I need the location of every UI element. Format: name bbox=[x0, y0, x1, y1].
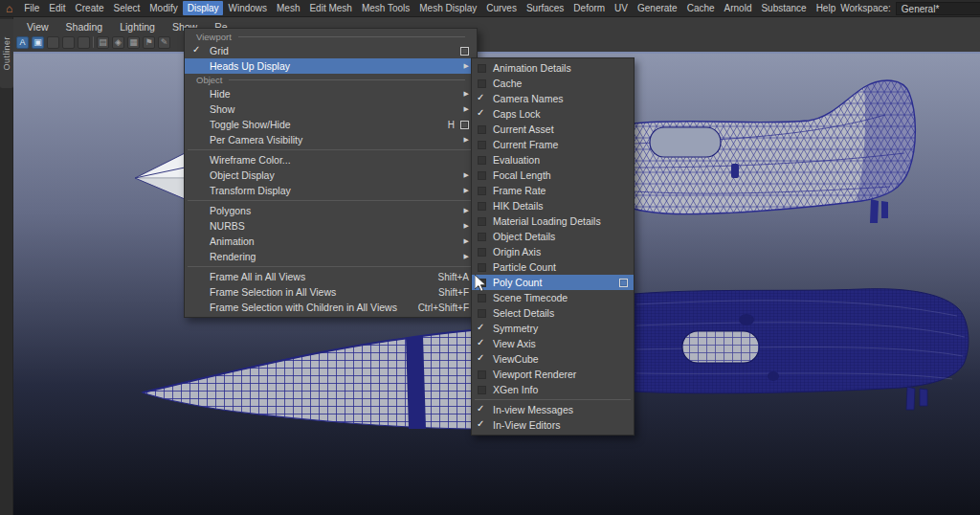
checkmark-icon: ✓ bbox=[477, 107, 484, 118]
bookmark-icon[interactable]: ⚑ bbox=[143, 36, 155, 49]
toolbar-divider[interactable] bbox=[93, 36, 94, 48]
display-menu-item[interactable]: ✓ Object Display ▶ bbox=[185, 168, 477, 183]
menu-mesh-display[interactable]: Mesh Display bbox=[415, 1, 481, 15]
hud-submenu-item[interactable]: ✓ Object Details bbox=[472, 229, 634, 244]
checkbox[interactable] bbox=[478, 187, 486, 195]
checkbox[interactable] bbox=[478, 217, 486, 226]
camera-attributes-icon[interactable]: ◈ bbox=[112, 36, 124, 49]
checkbox[interactable] bbox=[478, 309, 486, 318]
panel-menu-lighting[interactable]: Lighting bbox=[120, 21, 155, 33]
hud-submenu-item[interactable]: ✓ Current Frame bbox=[472, 137, 634, 152]
menu-windows[interactable]: Windows bbox=[224, 1, 272, 15]
menu-create[interactable]: Create bbox=[71, 1, 108, 15]
checkbox[interactable] bbox=[478, 156, 486, 165]
checkbox[interactable] bbox=[478, 125, 486, 134]
marquee-select-icon[interactable]: ▣ bbox=[32, 36, 44, 49]
menu-uv[interactable]: UV bbox=[611, 1, 633, 15]
menu-select[interactable]: Select bbox=[109, 1, 145, 15]
workspace-dropdown[interactable]: General* bbox=[896, 2, 980, 15]
menu-help[interactable]: Help bbox=[812, 1, 840, 15]
submenu-item-label: Object Details bbox=[493, 231, 555, 242]
checkbox[interactable] bbox=[478, 141, 486, 149]
hud-submenu-item[interactable]: ✓ Viewport Renderer bbox=[472, 367, 634, 382]
menu-modify[interactable]: Modify bbox=[145, 1, 183, 15]
display-menu-item[interactable]: ✓ Hide ▶ bbox=[185, 86, 477, 101]
hud-submenu-item[interactable]: ✓ Poly Count bbox=[472, 275, 634, 290]
checkbox[interactable] bbox=[478, 263, 486, 272]
hud-submenu-item[interactable]: ✓ Scene Timecode bbox=[472, 290, 634, 305]
checkbox[interactable] bbox=[478, 370, 486, 379]
display-menu-item[interactable]: ✓ Rendering ▶ bbox=[185, 249, 477, 264]
menu-mesh-tools[interactable]: Mesh Tools bbox=[357, 1, 414, 15]
menu-cache[interactable]: Cache bbox=[682, 1, 719, 15]
hud-submenu-item[interactable]: ✓ Select Details bbox=[472, 305, 634, 321]
display-menu-item[interactable]: ✓ Show ▶ bbox=[185, 101, 477, 117]
option-box-icon[interactable] bbox=[460, 121, 469, 129]
menu-deform[interactable]: Deform bbox=[569, 1, 610, 15]
display-menu-item[interactable]: ✓ Grid ▶ bbox=[185, 43, 477, 58]
display-menu-item[interactable]: ✓ Frame Selection with Children in All V… bbox=[185, 300, 477, 315]
checkbox[interactable] bbox=[478, 171, 486, 180]
hud-submenu-item[interactable]: ✓ XGen Info bbox=[472, 382, 634, 397]
hud-submenu-item[interactable]: ✓ Cache bbox=[472, 76, 634, 91]
hud-submenu-item[interactable]: ✓ Focal Length bbox=[472, 168, 634, 183]
hud-submenu-item[interactable]: ✓ Evaluation bbox=[472, 152, 634, 168]
hud-submenu-item[interactable]: ✓ Camera Names bbox=[472, 91, 634, 106]
display-menu-item[interactable]: ✓ Animation ▶ bbox=[185, 234, 477, 249]
tool-slot-icon[interactable] bbox=[47, 36, 59, 49]
hud-submenu-item[interactable]: ✓ In-View Editors bbox=[472, 417, 634, 433]
display-menu-item[interactable]: ✓ Transform Display ▶ bbox=[185, 183, 477, 198]
home-icon[interactable]: ⌂ bbox=[0, 0, 19, 17]
checkbox[interactable] bbox=[478, 79, 486, 88]
hud-submenu-item[interactable]: ✓ In-view Messages bbox=[472, 402, 634, 417]
display-menu-item[interactable]: ✓ Polygons ▶ bbox=[185, 203, 477, 218]
display-menu-item[interactable]: ✓ Frame All in All Views Shift+A ▶ bbox=[185, 269, 477, 284]
panel-menu-shading[interactable]: Shading bbox=[66, 21, 103, 33]
camera-icon[interactable]: ▤ bbox=[97, 36, 109, 49]
menu-curves[interactable]: Curves bbox=[482, 1, 522, 15]
hud-submenu-item[interactable]: ✓ HIK Details bbox=[472, 198, 634, 213]
checkbox[interactable] bbox=[478, 233, 486, 241]
image-plane-icon[interactable]: ✎ bbox=[158, 36, 170, 49]
hud-submenu-item[interactable]: ✓ Symmetry bbox=[472, 321, 634, 336]
hud-submenu-item[interactable]: ✓ Material Loading Details bbox=[472, 213, 634, 229]
outliner-tab[interactable]: Outliner bbox=[0, 19, 13, 88]
option-box-icon[interactable] bbox=[460, 47, 469, 56]
menu-file[interactable]: File bbox=[20, 1, 44, 15]
display-menu-item[interactable]: ✓ Heads Up Display ▶ bbox=[185, 58, 477, 74]
hud-submenu-item[interactable]: ✓ View Axis bbox=[472, 336, 634, 351]
menu-display[interactable]: Display bbox=[183, 1, 223, 15]
display-menu-item[interactable]: ✓ Per Camera Visibility ▶ bbox=[185, 132, 477, 147]
panel-menu-view[interactable]: View bbox=[27, 21, 49, 33]
menu-generate[interactable]: Generate bbox=[633, 1, 681, 15]
menu-arnold[interactable]: Arnold bbox=[720, 1, 756, 15]
menu-surfaces[interactable]: Surfaces bbox=[522, 1, 568, 15]
menu-edit-mesh[interactable]: Edit Mesh bbox=[305, 1, 357, 15]
hud-submenu-item[interactable]: ✓ Caps Lock bbox=[472, 106, 634, 122]
checkbox[interactable] bbox=[478, 248, 486, 257]
checkbox[interactable] bbox=[478, 202, 486, 211]
menu-substance[interactable]: Substance bbox=[757, 1, 811, 15]
main-menu-items: FileEditCreateSelectModifyDisplayWindows… bbox=[19, 1, 840, 15]
hud-submenu-item[interactable]: ✓ Frame Rate bbox=[472, 183, 634, 198]
hud-submenu-item[interactable]: ✓ Animation Details bbox=[472, 60, 634, 76]
selection-mask-icon[interactable]: A bbox=[16, 36, 29, 49]
hud-submenu-item[interactable]: ✓ Current Asset bbox=[472, 122, 634, 137]
display-menu-item[interactable]: ✓ NURBS ▶ bbox=[185, 218, 477, 234]
hud-submenu-item[interactable]: ✓ Particle Count bbox=[472, 259, 634, 275]
hud-submenu-item[interactable]: ✓ Origin Axis bbox=[472, 244, 634, 259]
option-box-icon[interactable] bbox=[619, 279, 628, 287]
display-menu-item[interactable]: ✓ Viewport ▶ bbox=[185, 31, 477, 43]
menu-mesh[interactable]: Mesh bbox=[272, 1, 304, 15]
display-menu-item[interactable]: ✓ Frame Selection in All Views Shift+F ▶ bbox=[185, 284, 477, 300]
checkbox[interactable] bbox=[478, 64, 486, 73]
menu-edit[interactable]: Edit bbox=[45, 1, 70, 15]
display-menu-item[interactable]: ✓ Toggle Show/Hide H ▶ bbox=[185, 117, 477, 132]
camera-lock-icon[interactable]: ▦ bbox=[127, 36, 140, 49]
tool-slot-icon[interactable] bbox=[62, 36, 75, 49]
tool-slot-icon[interactable] bbox=[78, 36, 90, 49]
display-menu-item[interactable]: ✓ Object ▶ bbox=[185, 74, 477, 86]
display-menu-item[interactable]: ✓ Wireframe Color... ▶ bbox=[185, 152, 477, 168]
hud-submenu-item[interactable]: ✓ ViewCube bbox=[472, 351, 634, 367]
checkbox[interactable] bbox=[478, 386, 486, 394]
